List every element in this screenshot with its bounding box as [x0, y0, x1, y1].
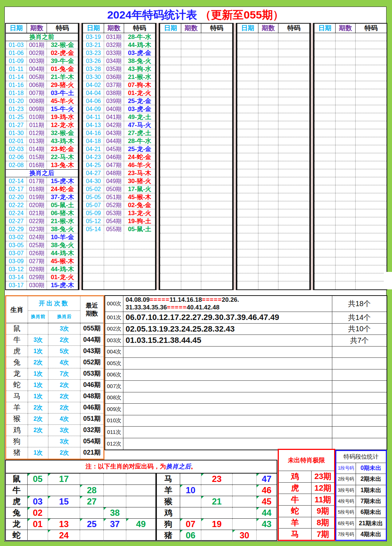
- empty-row: [237, 209, 309, 217]
- period-cell: 044期: [104, 137, 124, 145]
- section-row-before: 换肖之前: [6, 33, 78, 41]
- lottery-row: 03-12 028期 44-鸡-木: [6, 265, 78, 273]
- period-cell: [181, 241, 201, 249]
- segment-row: 3段号码 1期未出: [336, 485, 386, 496]
- segment-label-cell: 1段号码: [336, 463, 356, 474]
- code-cell: [356, 41, 387, 49]
- date-cell: 02-01: [6, 137, 27, 145]
- freq-row: 006次: [105, 369, 387, 381]
- segment-value-cell: 7期未出: [356, 496, 386, 507]
- period-cell: [258, 49, 278, 57]
- lottery-row: 03-30 036期 21-猴-水: [83, 73, 155, 81]
- period-cell: [258, 105, 278, 113]
- code-cell: 19-鸡-水: [47, 113, 78, 121]
- zodiac-cell: 马: [157, 474, 180, 484]
- code-cell: 25-龙-金: [124, 145, 155, 153]
- zodiac-number-row: 虎 03 15 27: [6, 496, 155, 507]
- zodiac-stats-row: 蛇 1次 2次 046期: [6, 380, 103, 391]
- period-cell: 035期: [104, 65, 124, 73]
- date-cell: [237, 225, 258, 233]
- empty-row: [160, 233, 232, 241]
- code-cell: [356, 249, 387, 257]
- empty-row: [237, 193, 309, 201]
- period-cell: [336, 49, 356, 57]
- number-cell: [233, 496, 257, 507]
- empty-row: [314, 89, 387, 97]
- after-count-cell: 3次: [48, 436, 80, 447]
- lottery-row: 01-25 010期 19-鸡-水: [6, 113, 78, 121]
- code-cell: [278, 73, 309, 81]
- code-cell: 47-马-火: [124, 121, 155, 129]
- group-3-header: 日期 期数 特码: [160, 24, 232, 33]
- code-cell: [278, 65, 309, 73]
- zodiac-number-row: 猪 06 30: [157, 530, 277, 541]
- period-cell: [258, 153, 278, 161]
- date-cell: 01-03: [6, 41, 27, 49]
- lottery-row: 01-03 001期 32-猴-金: [6, 41, 78, 49]
- empty-row: [160, 153, 232, 161]
- date-cell: 02-14: [6, 177, 27, 185]
- period-cell: 006期: [27, 81, 47, 89]
- before-count-cell: 2次: [28, 402, 48, 413]
- zodiac-number-row: 蛇 24: [6, 530, 155, 541]
- empty-row: [314, 257, 387, 265]
- period-cell: [258, 177, 278, 185]
- period-cell: 048期: [104, 169, 124, 177]
- date-cell: 03-21: [83, 41, 104, 49]
- group-1: 日期 期数 特码 换肖之前 01-03 001期 32-猴-金: [5, 23, 79, 290]
- date-cell: [237, 33, 258, 41]
- period-cell: 054期: [104, 217, 124, 225]
- column-header-date: 日期: [160, 24, 181, 33]
- period-cell: [181, 273, 201, 281]
- code-cell: 46-羊-火: [124, 161, 155, 169]
- code-cell: [278, 89, 309, 97]
- date-cell: [160, 121, 181, 129]
- lottery-row: 04-02 037期 07-狗-木: [83, 81, 155, 89]
- empty-row: [314, 65, 387, 73]
- empty-row: [160, 73, 232, 81]
- code-cell: [356, 113, 387, 121]
- period-cell: [258, 217, 278, 225]
- code-cell: [356, 33, 387, 41]
- period-cell: [336, 33, 356, 41]
- freq-row: 011次: [105, 427, 387, 438]
- period-cell: 043期: [104, 129, 124, 137]
- code-cell: 03-虎-金: [124, 105, 155, 113]
- lottery-row: 03-23 033期 03-虎-金: [83, 49, 155, 57]
- period-cell: 026期: [27, 249, 47, 257]
- date-cell: [237, 193, 258, 201]
- number-cell: 24: [48, 530, 80, 541]
- period-cell: 016期: [27, 161, 47, 169]
- zodiac-cell: 虎: [279, 483, 312, 494]
- periods-missing-cell: 8期: [312, 517, 334, 529]
- period-cell: 050期: [104, 185, 124, 193]
- lottery-row: 04-09 040期 03-虎-金: [83, 105, 155, 113]
- period-cell: [104, 233, 124, 241]
- code-cell: [201, 209, 232, 217]
- number-cell: [233, 519, 257, 530]
- code-cell: [356, 169, 387, 177]
- empty-row: [160, 89, 232, 97]
- zodiac-number-row: 龙 01 13 25 37 49: [6, 519, 155, 530]
- empty-row: [237, 217, 309, 225]
- date-cell: [314, 57, 336, 65]
- date-cell: [314, 129, 336, 137]
- segment-stats-panel: 特码段位统计 1段号码 0期未出 2段号码 2期未出 3段号码: [335, 450, 387, 541]
- date-cell: [160, 177, 181, 185]
- zodiac-cell: 鸡: [6, 425, 28, 436]
- date-cell: 04-11: [83, 113, 104, 121]
- number-cell: [180, 507, 201, 518]
- number-cell: [180, 496, 201, 507]
- group-4-header: 日期 期数 特码: [237, 24, 309, 33]
- zodiac-number-row: 狗 07 19 43: [157, 519, 277, 530]
- date-cell: [314, 169, 336, 177]
- date-cell: 04-04: [83, 89, 104, 97]
- empty-row: [237, 41, 309, 49]
- lottery-row: 03-26 034期 38-兔-火: [83, 57, 155, 65]
- empty-row: [160, 105, 232, 113]
- lottery-row: 04-21 045期 25-龙-金: [83, 145, 155, 153]
- lottery-row: 03-02 024期 10-羊-金: [6, 233, 78, 241]
- period-cell: 039期: [104, 97, 124, 105]
- code-cell: 10-羊-金: [47, 233, 78, 241]
- date-cell: 01-18: [6, 89, 27, 97]
